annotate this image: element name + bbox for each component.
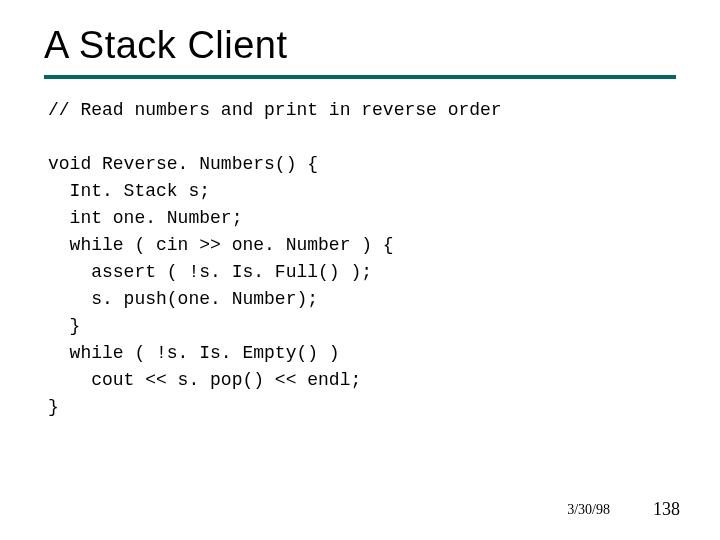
footer-date: 3/30/98 (567, 502, 610, 518)
slide: A Stack Client // Read numbers and print… (0, 0, 720, 540)
slide-title: A Stack Client (0, 0, 720, 75)
footer-page-number: 138 (653, 499, 680, 520)
code-block: // Read numbers and print in reverse ord… (48, 97, 720, 421)
title-underline (44, 75, 676, 79)
